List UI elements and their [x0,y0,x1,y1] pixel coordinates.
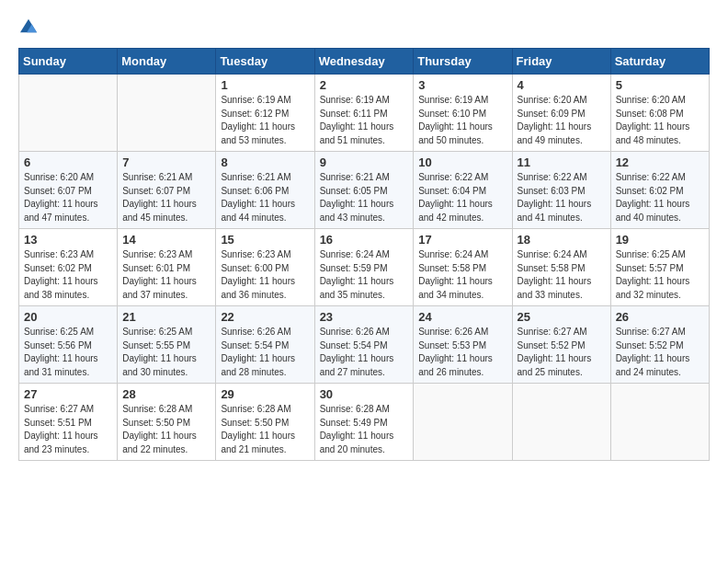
calendar-cell: 29Sunrise: 6:28 AM Sunset: 5:50 PM Dayli… [216,384,314,461]
column-header-saturday: Saturday [610,49,709,75]
day-info: Sunrise: 6:25 AM Sunset: 5:56 PM Dayligh… [24,326,112,379]
logo-icon [20,18,37,33]
calendar-week-row: 13Sunrise: 6:23 AM Sunset: 6:02 PM Dayli… [19,229,710,306]
column-header-friday: Friday [512,49,610,75]
day-number: 16 [320,233,409,247]
day-info: Sunrise: 6:28 AM Sunset: 5:50 PM Dayligh… [122,403,210,456]
day-number: 3 [418,78,506,92]
day-info: Sunrise: 6:25 AM Sunset: 5:55 PM Dayligh… [122,326,210,379]
calendar-cell: 12Sunrise: 6:22 AM Sunset: 6:02 PM Dayli… [610,152,709,229]
day-number: 26 [616,310,704,324]
day-number: 30 [320,387,409,401]
day-info: Sunrise: 6:20 AM Sunset: 6:08 PM Dayligh… [616,94,704,147]
calendar-cell: 11Sunrise: 6:22 AM Sunset: 6:03 PM Dayli… [512,152,610,229]
calendar-table: SundayMondayTuesdayWednesdayThursdayFrid… [18,48,710,461]
day-number: 8 [221,155,309,169]
day-number: 13 [24,233,112,247]
calendar-cell: 6Sunrise: 6:20 AM Sunset: 6:07 PM Daylig… [19,152,118,229]
day-info: Sunrise: 6:23 AM Sunset: 6:02 PM Dayligh… [24,248,112,302]
calendar-body: 1Sunrise: 6:19 AM Sunset: 6:12 PM Daylig… [19,75,710,461]
calendar-cell [610,384,709,461]
column-header-sunday: Sunday [19,49,118,75]
day-number: 14 [122,233,210,247]
day-info: Sunrise: 6:26 AM Sunset: 5:54 PM Dayligh… [320,326,409,379]
day-number: 28 [122,387,210,401]
day-info: Sunrise: 6:19 AM Sunset: 6:10 PM Dayligh… [418,94,506,147]
calendar-cell: 10Sunrise: 6:22 AM Sunset: 6:04 PM Dayli… [414,152,512,229]
day-number: 17 [418,233,506,247]
day-number: 24 [418,310,506,324]
day-info: Sunrise: 6:20 AM Sunset: 6:07 PM Dayligh… [24,171,112,224]
calendar-cell: 30Sunrise: 6:28 AM Sunset: 5:49 PM Dayli… [314,384,414,461]
day-info: Sunrise: 6:27 AM Sunset: 5:52 PM Dayligh… [518,326,606,379]
calendar-cell: 17Sunrise: 6:24 AM Sunset: 5:58 PM Dayli… [414,229,512,306]
day-info: Sunrise: 6:24 AM Sunset: 5:59 PM Dayligh… [320,248,409,302]
calendar-week-row: 6Sunrise: 6:20 AM Sunset: 6:07 PM Daylig… [19,152,710,229]
day-number: 23 [320,310,409,324]
calendar-week-row: 1Sunrise: 6:19 AM Sunset: 6:12 PM Daylig… [19,75,710,152]
calendar-cell: 26Sunrise: 6:27 AM Sunset: 5:52 PM Dayli… [610,306,709,384]
day-info: Sunrise: 6:26 AM Sunset: 5:53 PM Dayligh… [418,326,506,379]
calendar-cell: 8Sunrise: 6:21 AM Sunset: 6:06 PM Daylig… [216,152,314,229]
calendar-cell: 28Sunrise: 6:28 AM Sunset: 5:50 PM Dayli… [118,384,216,461]
day-info: Sunrise: 6:20 AM Sunset: 6:09 PM Dayligh… [518,94,606,147]
day-info: Sunrise: 6:21 AM Sunset: 6:07 PM Dayligh… [122,171,210,224]
calendar-cell: 24Sunrise: 6:26 AM Sunset: 5:53 PM Dayli… [414,306,512,384]
calendar-cell: 13Sunrise: 6:23 AM Sunset: 6:02 PM Dayli… [19,229,118,306]
day-info: Sunrise: 6:21 AM Sunset: 6:06 PM Dayligh… [221,171,309,224]
day-number: 25 [518,310,606,324]
column-header-tuesday: Tuesday [216,49,314,75]
calendar-cell: 23Sunrise: 6:26 AM Sunset: 5:54 PM Dayli… [314,306,414,384]
calendar-cell: 27Sunrise: 6:27 AM Sunset: 5:51 PM Dayli… [19,384,118,461]
day-number: 2 [320,78,409,92]
day-info: Sunrise: 6:22 AM Sunset: 6:04 PM Dayligh… [418,171,506,224]
day-number: 20 [24,310,112,324]
day-info: Sunrise: 6:24 AM Sunset: 5:58 PM Dayligh… [518,248,606,302]
day-info: Sunrise: 6:21 AM Sunset: 6:05 PM Dayligh… [320,171,409,224]
day-number: 7 [122,155,210,169]
day-number: 15 [221,233,309,247]
day-number: 6 [24,155,112,169]
calendar-week-row: 20Sunrise: 6:25 AM Sunset: 5:56 PM Dayli… [19,306,710,384]
column-header-wednesday: Wednesday [314,49,414,75]
calendar-cell: 5Sunrise: 6:20 AM Sunset: 6:08 PM Daylig… [610,75,709,152]
calendar-cell: 25Sunrise: 6:27 AM Sunset: 5:52 PM Dayli… [512,306,610,384]
day-number: 19 [616,233,704,247]
logo [18,18,37,33]
calendar-cell: 22Sunrise: 6:26 AM Sunset: 5:54 PM Dayli… [216,306,314,384]
day-number: 11 [518,155,606,169]
calendar-cell: 18Sunrise: 6:24 AM Sunset: 5:58 PM Dayli… [512,229,610,306]
day-number: 22 [221,310,309,324]
day-info: Sunrise: 6:22 AM Sunset: 6:02 PM Dayligh… [616,171,704,224]
calendar-cell: 16Sunrise: 6:24 AM Sunset: 5:59 PM Dayli… [314,229,414,306]
calendar-cell [512,384,610,461]
calendar-cell: 15Sunrise: 6:23 AM Sunset: 6:00 PM Dayli… [216,229,314,306]
calendar-cell: 21Sunrise: 6:25 AM Sunset: 5:55 PM Dayli… [118,306,216,384]
day-number: 5 [616,78,704,92]
day-number: 12 [616,155,704,169]
calendar-header-row: SundayMondayTuesdayWednesdayThursdayFrid… [19,49,710,75]
day-info: Sunrise: 6:28 AM Sunset: 5:49 PM Dayligh… [320,403,409,456]
day-number: 9 [320,155,409,169]
day-info: Sunrise: 6:23 AM Sunset: 6:01 PM Dayligh… [122,248,210,302]
calendar-cell [118,75,216,152]
calendar-cell: 1Sunrise: 6:19 AM Sunset: 6:12 PM Daylig… [216,75,314,152]
day-number: 21 [122,310,210,324]
day-info: Sunrise: 6:24 AM Sunset: 5:58 PM Dayligh… [418,248,506,302]
day-info: Sunrise: 6:25 AM Sunset: 5:57 PM Dayligh… [616,248,704,302]
day-info: Sunrise: 6:28 AM Sunset: 5:50 PM Dayligh… [221,403,309,456]
day-number: 18 [518,233,606,247]
calendar-cell [19,75,118,152]
calendar-cell: 19Sunrise: 6:25 AM Sunset: 5:57 PM Dayli… [610,229,709,306]
day-number: 29 [221,387,309,401]
day-info: Sunrise: 6:19 AM Sunset: 6:11 PM Dayligh… [320,94,409,147]
day-number: 27 [24,387,112,401]
day-info: Sunrise: 6:19 AM Sunset: 6:12 PM Dayligh… [221,94,309,147]
calendar-cell: 4Sunrise: 6:20 AM Sunset: 6:09 PM Daylig… [512,75,610,152]
day-info: Sunrise: 6:22 AM Sunset: 6:03 PM Dayligh… [518,171,606,224]
calendar-cell: 14Sunrise: 6:23 AM Sunset: 6:01 PM Dayli… [118,229,216,306]
calendar-cell [414,384,512,461]
calendar-cell: 3Sunrise: 6:19 AM Sunset: 6:10 PM Daylig… [414,75,512,152]
day-number: 4 [518,78,606,92]
day-info: Sunrise: 6:27 AM Sunset: 5:52 PM Dayligh… [616,326,704,379]
